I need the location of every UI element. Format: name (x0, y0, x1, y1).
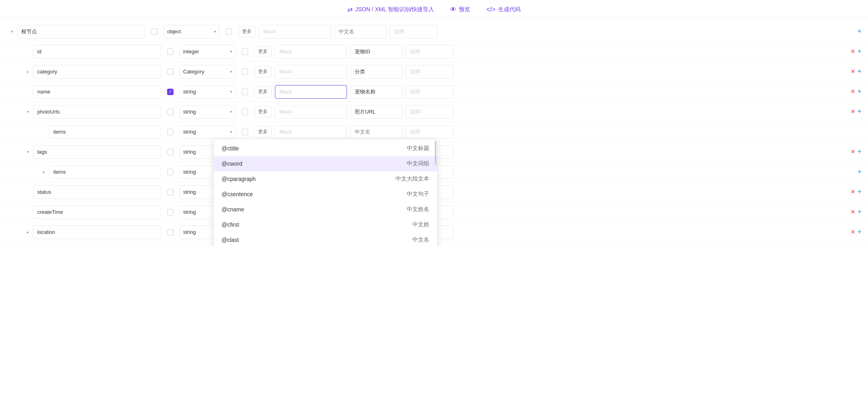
checkbox[interactable] (167, 169, 174, 175)
delete-button[interactable]: × (851, 208, 855, 216)
checkbox[interactable] (167, 189, 174, 195)
required-checkbox[interactable] (164, 69, 176, 75)
required-checkbox[interactable] (164, 189, 176, 195)
field-name-input[interactable] (33, 205, 161, 219)
mock-input[interactable] (259, 25, 331, 39)
delete-button[interactable]: × (851, 148, 855, 156)
type-select[interactable]: string ▾ (180, 85, 236, 99)
type-select[interactable]: integer ▾ (180, 45, 236, 59)
delete-button[interactable]: × (851, 47, 855, 56)
type-select[interactable]: object ▾ (164, 25, 220, 39)
required-checkbox[interactable] (164, 109, 176, 115)
dropdown-item-cname[interactable]: @cname 中文姓名 (214, 202, 437, 217)
checkbox[interactable] (242, 69, 248, 75)
description-input[interactable] (406, 125, 454, 139)
add-button[interactable]: + (857, 87, 862, 96)
dropdown-item-clast[interactable]: @clast 中文名 (214, 232, 437, 246)
expand-arrow[interactable]: ▾ (24, 108, 31, 116)
required-checkbox[interactable] (164, 49, 176, 55)
array-checkbox[interactable] (239, 49, 251, 55)
checkbox[interactable] (167, 229, 174, 235)
delete-button[interactable]: × (851, 87, 855, 96)
dropdown-item-cfirst[interactable]: @cfirst 中文姓 (214, 217, 437, 232)
delete-button[interactable]: × (851, 188, 855, 196)
json-xml-import-btn[interactable]: ⇄ JSON / XML 智能识别/快捷导入 (347, 6, 434, 13)
expand-arrow[interactable]: ▸ (24, 229, 31, 236)
array-checkbox[interactable] (239, 69, 251, 75)
field-name-input[interactable] (33, 45, 161, 59)
expand-arrow[interactable]: ▸ (24, 68, 31, 75)
dropdown-item-cparagraph[interactable]: @cparagraph 中文大段文本 (214, 171, 437, 187)
add-button[interactable]: + (857, 188, 862, 196)
required-checkbox[interactable] (164, 229, 176, 235)
mock-input[interactable] (275, 125, 347, 139)
dropdown-item-cword[interactable]: @cword 中文词组 (214, 156, 437, 171)
field-name-input[interactable] (17, 25, 145, 39)
field-name-input[interactable] (33, 145, 161, 159)
checkbox[interactable] (242, 109, 248, 115)
more-button[interactable]: 更多 (254, 86, 272, 97)
type-select[interactable]: string ▾ (180, 105, 236, 119)
description-input[interactable] (390, 25, 438, 39)
field-name-input[interactable] (33, 185, 161, 199)
mock-input[interactable] (275, 85, 347, 99)
expand-arrow[interactable]: ▾ (24, 148, 31, 156)
checkbox[interactable] (151, 28, 157, 35)
checkbox[interactable] (226, 28, 232, 35)
mock-input[interactable] (275, 105, 347, 119)
required-checkbox[interactable] (164, 89, 176, 95)
required-checkbox[interactable] (164, 129, 176, 135)
description-input[interactable] (406, 105, 454, 119)
array-checkbox[interactable] (239, 109, 251, 115)
delete-button[interactable]: × (851, 228, 855, 236)
dropdown-item-csentence[interactable]: @csentence 中文句子 (214, 187, 437, 202)
field-name-input[interactable] (33, 85, 161, 99)
field-name-input[interactable] (49, 125, 161, 139)
delete-button[interactable]: × (851, 67, 855, 76)
mock-input[interactable] (275, 65, 347, 79)
checkbox[interactable] (167, 209, 174, 215)
add-button[interactable]: + (857, 208, 862, 216)
field-name-input[interactable] (33, 65, 161, 79)
cn-name-input[interactable] (350, 125, 402, 139)
checkbox[interactable] (167, 69, 174, 75)
more-button[interactable]: 更多 (238, 26, 256, 37)
checkbox[interactable] (242, 89, 248, 95)
field-name-input[interactable] (33, 105, 161, 119)
add-button[interactable]: + (857, 47, 862, 56)
add-button[interactable]: + (857, 148, 862, 156)
checkbox[interactable] (167, 49, 174, 55)
description-input[interactable] (406, 65, 454, 79)
add-button[interactable]: + (857, 27, 862, 36)
cn-name-input[interactable] (350, 45, 402, 59)
add-button[interactable]: + (857, 108, 862, 116)
type-select[interactable]: Category ▾ (180, 65, 236, 79)
preview-btn[interactable]: 👁 预览 (450, 6, 470, 13)
array-checkbox[interactable] (223, 28, 235, 35)
checkbox-checked[interactable] (167, 89, 174, 95)
checkbox[interactable] (167, 129, 174, 135)
array-checkbox[interactable] (239, 129, 251, 135)
checkbox[interactable] (242, 129, 248, 135)
add-button[interactable]: + (857, 228, 862, 236)
add-button[interactable]: + (857, 168, 862, 176)
expand-arrow[interactable]: ▾ (8, 28, 15, 35)
field-name-input[interactable] (33, 225, 161, 239)
more-button[interactable]: 更多 (254, 106, 272, 118)
cn-name-input[interactable] (350, 105, 402, 119)
array-checkbox[interactable] (239, 89, 251, 95)
required-checkbox[interactable] (148, 28, 160, 35)
more-button[interactable]: 更多 (254, 46, 272, 57)
type-select[interactable]: string ▾ (180, 125, 236, 139)
more-button[interactable]: 更多 (254, 126, 272, 138)
field-name-input[interactable] (49, 165, 161, 179)
expand-arrow[interactable]: ▸ (40, 168, 47, 176)
generate-code-btn[interactable]: </> 生成代码 (486, 6, 520, 13)
required-checkbox[interactable] (164, 169, 176, 175)
checkbox[interactable] (242, 49, 248, 55)
delete-button[interactable]: × (851, 108, 855, 116)
add-button[interactable]: + (857, 67, 862, 76)
more-button[interactable]: 更多 (254, 66, 272, 77)
checkbox[interactable] (167, 109, 174, 115)
dropdown-item-ctitle[interactable]: @ctitle 中文标题 (214, 141, 437, 156)
